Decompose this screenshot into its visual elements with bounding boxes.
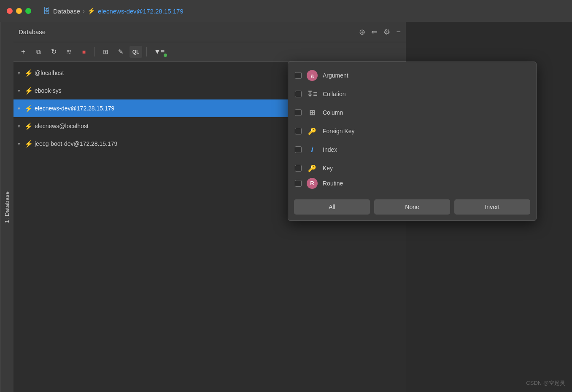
refresh-button[interactable]: ↻ <box>47 46 60 58</box>
breadcrumb-separator: › <box>83 8 85 14</box>
argument-icon: a <box>307 70 318 81</box>
sidebar-header-icons: ⊕ ⇐ ⚙ − <box>359 27 401 37</box>
filter-item-routine[interactable]: R Routine <box>288 177 536 191</box>
vertical-tab-database[interactable]: 1: Database <box>0 22 13 392</box>
db-connection-icon-ebook-sys: ⚡ <box>24 87 33 95</box>
watermark: CSDN @空起灵 <box>526 379 565 387</box>
db-connection-icon-jeecg-boot-dev: ⚡ <box>24 140 33 148</box>
filter-item-collation[interactable]: ↧≡ Collation <box>288 85 536 103</box>
close-button[interactable] <box>7 8 13 14</box>
filter-checkbox-argument[interactable] <box>295 72 302 79</box>
remove-icon[interactable]: − <box>396 27 401 36</box>
tree-arrow-elecnews-localhost: ▼ <box>17 124 23 129</box>
db-connection-icon-elecnews-dev: ⚡ <box>24 105 33 113</box>
filter-checkbox-key[interactable] <box>295 165 302 172</box>
filter-label-key: Key <box>323 165 333 172</box>
column-icon: ⊞ <box>307 107 318 118</box>
maximize-button[interactable] <box>25 8 31 14</box>
layers-button[interactable]: ≋ <box>62 46 75 58</box>
db-connection-icon-elecnews-localhost: ⚡ <box>24 122 33 130</box>
toolbar-separator-1 <box>94 47 95 56</box>
database-stack-icon: 🗄 <box>43 7 51 16</box>
stop-button[interactable]: ■ <box>78 46 90 58</box>
foreignkey-icon: 🔑 <box>307 126 318 137</box>
tree-arrow-localhost: ▼ <box>17 71 23 75</box>
add-button[interactable]: + <box>17 46 30 58</box>
filter-item-foreignkey[interactable]: 🔑 Foreign Key <box>288 122 536 140</box>
filter-item-index[interactable]: i Index <box>288 140 536 159</box>
filter-checkbox-column[interactable] <box>295 109 302 116</box>
tree-arrow-jeecg-boot-dev: ▼ <box>17 142 23 146</box>
filter-checkbox-foreignkey[interactable] <box>295 128 302 134</box>
titlebar: 🗄 Database › ⚡ elecnews-dev@172.28.15.17… <box>0 0 572 22</box>
key-icon: 🔑 <box>307 163 318 174</box>
routine-icon: R <box>307 178 318 189</box>
filter-checkbox-collation[interactable] <box>295 91 302 97</box>
filter-checkbox-routine[interactable] <box>295 180 302 187</box>
filter-items-list: a Argument ↧≡ Collation ⊞ Column <box>288 62 536 195</box>
filter-label-collation: Collation <box>323 91 345 97</box>
traffic-lights <box>7 8 31 14</box>
table-view-button[interactable]: ⊞ <box>99 46 112 58</box>
sidebar-title: Database <box>19 28 46 35</box>
filter-invert-button[interactable]: Invert <box>454 199 530 215</box>
filter-item-column[interactable]: ⊞ Column <box>288 103 536 122</box>
filter-item-argument[interactable]: a Argument <box>288 66 536 85</box>
tree-arrow-ebook-sys: ▼ <box>17 89 23 93</box>
tree-arrow-elecnews-dev: ▼ <box>17 106 23 111</box>
toolbar-separator-2 <box>146 47 147 56</box>
collapse-icon[interactable]: ⇐ <box>371 27 378 37</box>
breadcrumb-root-label[interactable]: Database <box>53 8 80 15</box>
breadcrumb-current-label: elecnews-dev@172.28.15.179 <box>98 8 183 15</box>
filter-label-argument: Argument <box>323 72 348 79</box>
index-icon: i <box>307 144 318 155</box>
breadcrumb: 🗄 Database › ⚡ elecnews-dev@172.28.15.17… <box>43 7 183 16</box>
filter-checkbox-index[interactable] <box>295 146 302 153</box>
filter-active-dot <box>164 54 167 57</box>
filter-actions: All None Invert <box>288 195 536 220</box>
collation-icon: ↧≡ <box>307 89 318 99</box>
filter-label-index: Index <box>323 146 337 153</box>
connection-icon: ⚡ <box>87 7 95 15</box>
db-connection-icon-localhost: ⚡ <box>24 69 33 77</box>
minimize-button[interactable] <box>16 8 22 14</box>
sidebar: Database ⊕ ⇐ ⚙ − + ⧉ ↻ ≋ ■ ⊞ ✎ QL <box>13 22 406 392</box>
edit-button[interactable]: ✎ <box>114 46 127 58</box>
filter-none-button[interactable]: None <box>374 199 450 215</box>
filter-all-button[interactable]: All <box>294 199 370 215</box>
sql-button[interactable]: QL <box>130 46 142 58</box>
filter-label-foreignkey: Foreign Key <box>323 128 354 134</box>
toolbar: + ⧉ ↻ ≋ ■ ⊞ ✎ QL ▼≡ <box>13 42 406 62</box>
filter-item-key[interactable]: 🔑 Key <box>288 159 536 177</box>
filter-label-routine: Routine <box>323 180 343 187</box>
copy-button[interactable]: ⧉ <box>32 46 45 58</box>
filter-label-column: Column <box>323 109 343 116</box>
gear-icon[interactable]: ⚙ <box>383 27 390 37</box>
main-area: 1: Database Database ⊕ ⇐ ⚙ − + ⧉ ↻ ≋ ■ <box>0 22 572 392</box>
filter-dropdown: a Argument ↧≡ Collation ⊞ Column <box>288 62 537 221</box>
add-connection-icon[interactable]: ⊕ <box>359 27 365 37</box>
sidebar-header: Database ⊕ ⇐ ⚙ − <box>13 22 406 42</box>
filter-button-container: ▼≡ <box>151 46 167 58</box>
